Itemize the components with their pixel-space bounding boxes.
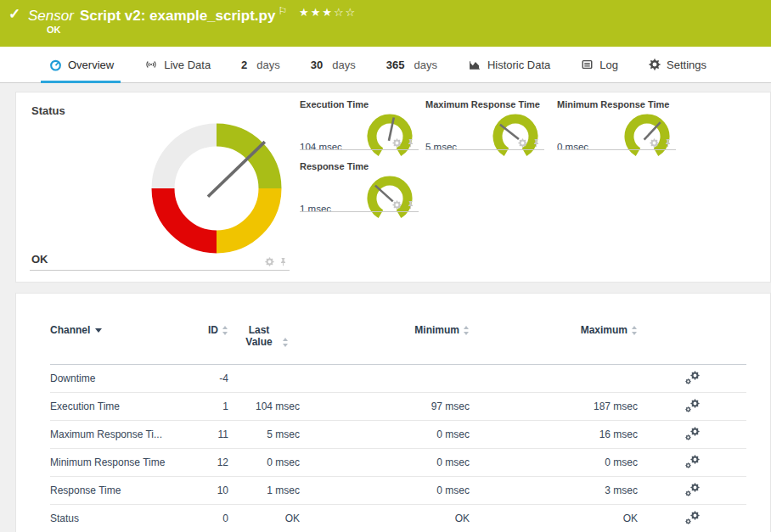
tab-unit: days <box>414 59 436 71</box>
sort-icon <box>283 338 289 347</box>
gauge-cell-minimum-response-time: Minimum Response Time 0 msec <box>557 99 676 159</box>
tab-live-data[interactable]: Live Data <box>144 47 211 82</box>
cell-minimum: 0 msec <box>300 484 470 496</box>
cell-last-value: 104 msec <box>228 400 300 412</box>
column-header-maximum[interactable]: Maximum <box>470 324 638 336</box>
table-row-status[interactable]: Status 0 OK OK OK <box>50 505 746 532</box>
tab-unit: days <box>332 59 355 71</box>
tab-settings[interactable]: Settings <box>649 47 706 82</box>
cell-last-value: OK <box>228 512 300 524</box>
channel-settings-gears-icon[interactable] <box>685 399 700 412</box>
cell-minimum: 0 msec <box>300 456 470 468</box>
cell-pin-icon[interactable] <box>406 138 415 148</box>
channel-settings-gears-icon[interactable] <box>685 455 700 468</box>
table-row-downtime[interactable]: Downtime -4 <box>50 365 746 393</box>
table-row-execution-time[interactable]: Execution Time 1 104 msec 97 msec 187 ms… <box>50 393 746 421</box>
divider <box>425 149 544 150</box>
cell-channel: Status <box>50 512 194 524</box>
tab-30-days[interactable]: 30 days <box>311 47 356 82</box>
cell-settings-gear-icon[interactable] <box>265 257 274 266</box>
cell-id: 1 <box>194 400 228 412</box>
tab-overview[interactable]: Overview <box>49 47 114 82</box>
tab-365-days[interactable]: 365 days <box>386 47 437 82</box>
cell-settings-gear-icon[interactable] <box>518 138 527 148</box>
status-cell-title: Status <box>31 104 65 117</box>
tab-bar: Overview Live Data 2 days 30 days 365 da… <box>0 47 771 83</box>
status-check-icon: ✓ <box>8 5 20 23</box>
column-header-last-value[interactable]: Last Value <box>228 324 300 348</box>
gauge-title: Execution Time <box>300 99 369 109</box>
cell-channel: Response Time <box>50 484 194 496</box>
tab-label: Overview <box>68 59 114 71</box>
divider <box>30 270 290 271</box>
priority-rating[interactable]: ★★★☆☆ <box>299 6 357 19</box>
channel-settings-gears-icon[interactable] <box>685 427 700 440</box>
cell-minimum: 0 msec <box>300 428 470 440</box>
channel-settings-gears-icon[interactable] <box>685 511 700 524</box>
tab-number: 30 <box>311 59 323 71</box>
mini-gauge-needle <box>644 122 661 139</box>
gauge-title: Response Time <box>300 161 369 171</box>
stars-filled[interactable]: ★★★ <box>299 6 334 19</box>
tab-historic-data[interactable]: Historic Data <box>468 47 550 82</box>
cell-settings-gear-icon[interactable] <box>392 138 402 148</box>
cell-last-value: 5 msec <box>228 428 300 440</box>
status-value: OK <box>31 253 48 266</box>
gauge-cell-maximum-response-time: Maximum Response Time 5 msec <box>425 99 544 159</box>
sensor-status-text: OK <box>47 25 61 35</box>
tab-log[interactable]: Log <box>581 47 618 82</box>
cell-settings-gear-icon[interactable] <box>650 138 659 148</box>
log-list-icon <box>581 59 594 70</box>
tab-label: Historic Data <box>487 59 550 71</box>
flag-icon[interactable]: ⚐ <box>278 5 287 17</box>
status-gauge <box>144 116 289 260</box>
cell-last-value: 1 msec <box>228 484 300 496</box>
divider <box>557 149 676 150</box>
mini-gauge-needle <box>375 186 393 202</box>
channel-table: Channel ID Last Value Minimum Maximum Do… <box>50 324 746 532</box>
cell-pin-icon[interactable] <box>532 138 541 148</box>
cell-id: 11 <box>194 428 228 440</box>
column-header-id[interactable]: ID <box>194 324 228 336</box>
mini-gauge <box>490 109 541 161</box>
cell-pin-icon[interactable] <box>406 200 415 210</box>
cell-maximum: 0 msec <box>470 456 638 468</box>
sort-icon <box>222 326 228 335</box>
table-row-minimum-response-time[interactable]: Minimum Response Time 12 0 msec 0 msec 0… <box>50 449 746 477</box>
tab-number: 2 <box>241 59 247 71</box>
cell-maximum: 187 msec <box>470 400 638 412</box>
cell-minimum: OK <box>300 512 470 524</box>
column-header-minimum[interactable]: Minimum <box>300 324 470 336</box>
cell-id: 0 <box>194 512 228 524</box>
cell-channel: Maximum Response Ti... <box>50 428 194 440</box>
cell-last-value: 0 msec <box>228 456 300 468</box>
cell-maximum: 16 msec <box>470 428 638 440</box>
sort-icon <box>632 326 638 335</box>
channel-settings-gears-icon[interactable] <box>685 483 700 496</box>
mini-gauge <box>364 109 415 161</box>
overview-gauges-card: Status OK Execution Time 104 msec Max <box>15 92 771 283</box>
tab-label: Settings <box>667 59 706 71</box>
cell-channel: Execution Time <box>50 400 194 412</box>
gauge-icon <box>49 59 62 71</box>
table-row-response-time[interactable]: Response Time 10 1 msec 0 msec 3 msec <box>50 477 746 505</box>
channel-table-card: Channel ID Last Value Minimum Maximum Do… <box>15 293 771 532</box>
column-header-channel[interactable]: Channel <box>50 324 194 336</box>
stars-empty[interactable]: ☆☆ <box>334 6 357 19</box>
sort-desc-icon <box>95 328 102 333</box>
cell-pin-icon[interactable] <box>279 257 288 266</box>
mini-gauge <box>622 109 673 161</box>
broadcast-icon <box>144 59 158 70</box>
cell-pin-icon[interactable] <box>663 138 673 148</box>
gear-icon <box>649 59 661 70</box>
cell-id: 10 <box>194 484 228 496</box>
tab-2-days[interactable]: 2 days <box>241 47 280 82</box>
gauge-cell-execution-time: Execution Time 104 msec <box>300 99 419 159</box>
cell-channel: Downtime <box>50 372 194 384</box>
gauge-value: 104 msec <box>300 142 342 152</box>
table-row-maximum-response-time[interactable]: Maximum Response Ti... 11 5 msec 0 msec … <box>50 421 746 449</box>
gauge-value: 0 msec <box>557 142 588 152</box>
channel-settings-gears-icon[interactable] <box>685 371 700 384</box>
cell-settings-gear-icon[interactable] <box>392 200 402 210</box>
gauge-value: 1 msec <box>300 204 331 214</box>
